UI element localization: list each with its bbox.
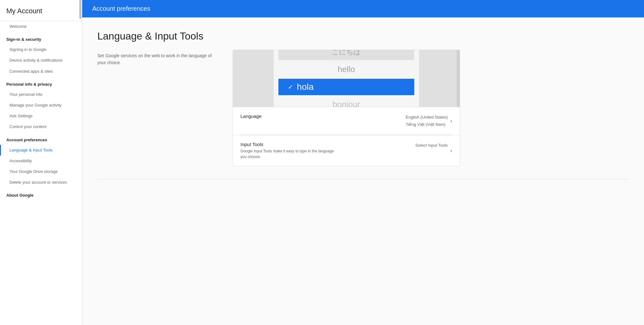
sidebar: My Account Welcome Sign-in & security Si…: [0, 0, 82, 325]
input-tools-row-content: Input Tools Google Input Tools make it e…: [240, 142, 416, 160]
sidebar-item-accessibility[interactable]: Accessibility: [0, 156, 82, 166]
bottom-divider: [97, 179, 629, 179]
illustration-right-inner: [457, 50, 460, 107]
topbar: Account preferences: [82, 0, 644, 17]
language-arrow-icon: ›: [450, 118, 452, 124]
illustration-hello: hello: [278, 61, 415, 77]
sidebar-item-ads-settings[interactable]: Ads Settings: [0, 111, 82, 121]
input-tools-label: Input Tools: [240, 142, 416, 147]
illustration-japanese: こにちは: [278, 50, 415, 60]
language-value-vietnamese: Tiếng Việt (Việt Nam): [406, 121, 448, 128]
language-label: Language: [240, 113, 406, 119]
content-area: Language & Input Tools Set Google servic…: [82, 18, 644, 325]
sidebar-section-personal: Personal info & privacy: [0, 77, 82, 89]
sidebar-item-personal-info[interactable]: Your personal info: [0, 89, 82, 100]
input-tools-settings-row[interactable]: Input Tools Google Input Tools make it e…: [233, 135, 460, 166]
illustration-hola: ✓ hola: [278, 79, 415, 95]
app-title: My Account: [0, 0, 82, 21]
language-settings-row[interactable]: Language English (United States) Tiếng V…: [233, 107, 460, 135]
language-card: こにちは hello ✓ hola bonjour: [233, 50, 460, 166]
page-description: Set Google services on the web to work i…: [97, 52, 217, 66]
input-tools-description: Google Input Tools make it easy to type …: [240, 148, 335, 160]
sidebar-item-drive-storage[interactable]: Your Google Drive storage: [0, 166, 82, 177]
sidebar-item-device-activity[interactable]: Device activity & notifications: [0, 55, 82, 66]
input-tools-value: Select Input Tools: [416, 142, 448, 149]
sidebar-item-google-activity[interactable]: Manage your Google activity: [0, 100, 82, 111]
illustration-bonjour: bonjour: [278, 96, 415, 107]
language-value-english: English (United States): [406, 113, 448, 121]
sidebar-item-connected-apps[interactable]: Connected apps & sites: [0, 66, 82, 77]
sidebar-section-account: Account preferences: [0, 132, 82, 145]
topbar-title: Account preferences: [92, 5, 150, 12]
sidebar-item-language[interactable]: Language & Input Tools: [0, 145, 82, 156]
sidebar-item-control-content[interactable]: Control your content: [0, 121, 82, 132]
illustration-center: こにちは hello ✓ hola bonjour: [278, 50, 415, 107]
scrollbar-thumb[interactable]: [79, 0, 81, 19]
sidebar-section-signin: Sign-in & security: [0, 32, 82, 44]
language-values: English (United States) Tiếng Việt (Việt…: [406, 113, 448, 128]
illustration-left-block: [233, 50, 274, 107]
sidebar-section-about: About Google: [0, 188, 82, 200]
language-row-content: Language: [240, 113, 406, 119]
sidebar-item-delete-account[interactable]: Delete your account or services: [0, 177, 82, 188]
hola-checkmark: ✓: [288, 83, 293, 91]
sidebar-item-welcome[interactable]: Welcome: [0, 21, 82, 32]
main-area: Account preferences Language & Input Too…: [82, 0, 644, 325]
input-tools-arrow-icon: ›: [450, 147, 452, 154]
illustration-right-block: [419, 50, 460, 107]
language-illustration: こにちは hello ✓ hola bonjour: [233, 50, 460, 107]
page-title: Language & Input Tools: [97, 30, 629, 42]
input-tools-values: Select Input Tools: [416, 142, 448, 149]
sidebar-item-signing-in[interactable]: Signing in to Google: [0, 44, 82, 55]
